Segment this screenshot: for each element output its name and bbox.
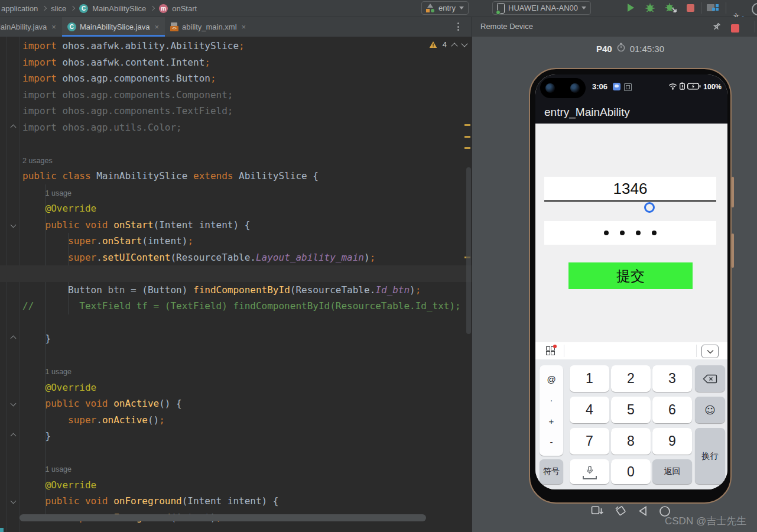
code-line[interactable]: @Override — [22, 379, 472, 396]
sim-icon — [624, 83, 632, 91]
code-line[interactable]: import ohos.agp.components.Component; — [22, 87, 472, 103]
key-symbols[interactable]: 符号 — [540, 459, 563, 484]
run-config-dropdown[interactable]: entry — [421, 1, 469, 15]
keyboard-collapse-button[interactable] — [701, 345, 719, 358]
code-line[interactable]: super.onActive(); — [22, 412, 472, 429]
key-backspace[interactable] — [695, 365, 725, 392]
code-line[interactable]: import ohos.agp.components.Button; — [22, 70, 472, 87]
code-line[interactable]: import ohos.agp.utils.Color; — [22, 119, 472, 136]
fold-down-icon[interactable] — [11, 222, 17, 228]
back-icon[interactable] — [637, 505, 649, 519]
warning-stripe-mark[interactable] — [464, 136, 470, 138]
code-line[interactable]: 1 usage — [22, 460, 472, 477]
code-line[interactable]: 1 usage — [22, 363, 472, 379]
tab-mainabilityslice-java[interactable]: C MainAbilitySlice.java × — [62, 17, 165, 37]
code-line[interactable]: Button btn = (Button) findComponentById(… — [22, 282, 472, 299]
close-icon[interactable]: × — [154, 22, 159, 31]
key-7[interactable]: 7 — [570, 428, 609, 455]
code-line[interactable]: import ohos.aafwk.content.Intent; — [22, 54, 472, 71]
code-line[interactable] — [22, 135, 472, 152]
code-line[interactable]: // TextField tf = (TextField) findCompon… — [22, 298, 472, 314]
key-voice[interactable] — [570, 459, 609, 484]
code-line[interactable]: 1 usage — [22, 184, 472, 201]
code-line[interactable]: } — [22, 428, 472, 445]
tab-ability-main-xml[interactable]: <> ability_main.xml × — [165, 17, 252, 37]
code-line[interactable]: import ohos.aafwk.ability.AbilitySlice; — [22, 38, 472, 54]
rotate-icon[interactable] — [590, 505, 604, 520]
inspections-widget[interactable]: 4 — [429, 40, 467, 49]
next-warning-icon[interactable] — [461, 40, 467, 47]
attach-debugger-button[interactable] — [664, 2, 678, 16]
debug-button[interactable] — [644, 2, 656, 16]
key-1[interactable]: 1 — [570, 365, 609, 392]
warning-stripe-mark[interactable] — [464, 147, 470, 149]
key-back[interactable]: 返回 — [652, 459, 692, 484]
code-line[interactable]: 2 usages — [22, 152, 472, 168]
code-line[interactable] — [22, 347, 472, 364]
device-dropdown[interactable]: HUAWEI ANA-AN00 — [492, 1, 591, 15]
code-line[interactable]: import ohos.agp.components.TextField; — [22, 103, 472, 119]
key-0[interactable]: 0 — [611, 459, 651, 484]
close-icon[interactable]: × — [51, 22, 56, 31]
prev-warning-icon[interactable] — [451, 43, 457, 49]
method-icon: m — [159, 4, 168, 13]
tab-mainability-java[interactable]: C MainAbility.java × — [0, 17, 62, 37]
key-3[interactable]: 3 — [652, 365, 692, 392]
warning-count: 4 — [443, 40, 447, 49]
fold-up-icon[interactable] — [11, 336, 17, 342]
stop-button[interactable] — [687, 4, 694, 12]
code-line[interactable]: @Override — [22, 477, 472, 494]
breadcrumb-package[interactable]: application — [1, 4, 38, 13]
code-line[interactable]: @Override — [22, 200, 472, 217]
key-symbol-+[interactable]: + — [549, 416, 554, 426]
key-6[interactable]: 6 — [652, 397, 692, 423]
phone-screen[interactable]: 3:06 — [535, 74, 727, 489]
code-line[interactable]: public void onForeground(Intent intent) … — [22, 493, 472, 510]
key-8[interactable]: 8 — [611, 428, 651, 455]
warning-stripe-mark[interactable] — [464, 124, 470, 126]
text-cursor-handle[interactable] — [644, 202, 655, 213]
code-lines[interactable]: import ohos.aafwk.ability.AbilitySlice;i… — [22, 38, 472, 525]
code-line[interactable] — [0, 265, 472, 282]
key-9[interactable]: 9 — [652, 428, 692, 455]
code-line[interactable]: public void onActive() { — [22, 395, 472, 412]
code-line[interactable]: super.onStart(intent); — [22, 233, 472, 249]
code-line[interactable]: } — [22, 330, 472, 347]
stop-device-button[interactable] — [731, 24, 739, 33]
profiler-icon[interactable] — [707, 3, 720, 12]
number-input[interactable]: 1346 — [544, 177, 716, 202]
fold-up-icon[interactable] — [11, 433, 17, 439]
horizontal-scrollbar[interactable] — [20, 514, 426, 521]
submit-button[interactable]: 提交 — [568, 262, 693, 289]
fold-up-icon[interactable] — [11, 124, 17, 130]
fold-down-icon[interactable] — [11, 498, 17, 504]
breadcrumb-class[interactable]: MainAbilitySlice — [92, 4, 146, 13]
pin-icon[interactable] — [712, 22, 722, 34]
code-line[interactable] — [22, 314, 472, 331]
key-symbol-@[interactable]: @ — [547, 374, 555, 384]
password-input[interactable] — [544, 221, 716, 245]
keyboard-apps-icon[interactable] — [546, 346, 555, 355]
close-icon[interactable]: × — [242, 22, 246, 31]
vertical-scrollbar[interactable] — [466, 167, 471, 334]
key-5[interactable]: 5 — [611, 397, 651, 423]
tab-options-icon[interactable] — [457, 22, 460, 33]
key-2[interactable]: 2 — [611, 365, 651, 392]
key-symbol--[interactable]: - — [550, 437, 553, 447]
run-button[interactable] — [625, 2, 636, 15]
key-4[interactable]: 4 — [570, 397, 609, 423]
ide-window: application slice C MainAbilitySlice m o… — [0, 0, 757, 532]
key-symbol-·[interactable]: · — [550, 395, 553, 405]
breadcrumb-slice[interactable]: slice — [51, 4, 66, 13]
symbol-column[interactable]: @·+- — [540, 365, 563, 456]
breadcrumb-method[interactable]: onStart — [172, 4, 197, 13]
code-line[interactable]: public void onStart(Intent intent) { — [22, 217, 472, 233]
shake-icon[interactable] — [614, 505, 627, 520]
code-line[interactable] — [22, 445, 472, 461]
code-editor[interactable]: import ohos.aafwk.ability.AbilitySlice;i… — [0, 37, 472, 532]
code-line[interactable]: super.setUIContent(ResourceTable.Layout_… — [22, 249, 472, 266]
fold-down-icon[interactable] — [11, 401, 17, 407]
code-line[interactable]: public class MainAbilitySlice extends Ab… — [22, 168, 472, 184]
key-emoji[interactable]: ☺ — [695, 397, 725, 423]
key-enter[interactable]: 换行 — [695, 428, 725, 484]
